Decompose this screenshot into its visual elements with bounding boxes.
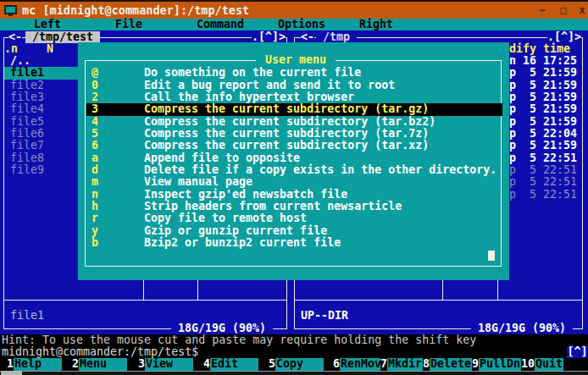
user-menu-item[interactable]: Inspect gzip'ed newsbatch file: [144, 189, 347, 201]
left-panel-name-header[interactable]: N: [47, 43, 53, 55]
bottom-edge-line: [0, 371, 588, 372]
right-panel-right-border: [582, 37, 583, 329]
user-menu-item[interactable]: Compress the current subdirectory (tar.x…: [144, 140, 429, 152]
right-panel-disk-usage: 18G/19G (90%): [471, 323, 573, 334]
fkey-number-10[interactable]: 10: [521, 358, 535, 370]
right-panel-status-separator: [295, 300, 582, 301]
file-row-file1[interactable]: file1: [10, 67, 44, 79]
file-row-file3[interactable]: file3: [10, 91, 44, 103]
window-title: mc [midnight@commander]:/tmp/test: [22, 4, 249, 16]
file-row-file4[interactable]: file4: [10, 103, 44, 115]
user-menu-item[interactable]: Edit a bug report and send it to root: [144, 80, 395, 91]
menubar-item-file[interactable]: File: [115, 19, 142, 30]
fkey-number-3[interactable]: 3: [138, 358, 145, 370]
menubar-item-left[interactable]: Left: [34, 19, 61, 30]
user-menu-key-2[interactable]: 2: [92, 91, 98, 103]
left-panel-mini-status: file1: [10, 310, 44, 322]
fkey-button-pulldn[interactable]: PullDn: [479, 358, 521, 370]
user-menu-key-a[interactable]: a: [92, 152, 98, 164]
left-panel-left-border: [3, 37, 4, 329]
fkey-number-6[interactable]: 6: [333, 358, 340, 370]
fkey-button-copy[interactable]: Copy: [275, 358, 324, 370]
fkey-button-help[interactable]: Help: [14, 358, 62, 370]
user-menu-item[interactable]: Compress the current subdirectory (tar.7…: [144, 128, 429, 140]
right-panel-mini-status: UP--DIR: [301, 310, 348, 322]
fkey-number-2[interactable]: 2: [72, 358, 79, 370]
fkey-button-view[interactable]: View: [145, 358, 193, 370]
fkey-number-1[interactable]: 1: [7, 358, 14, 370]
user-menu-key-6[interactable]: 6: [92, 140, 98, 152]
fkey-button-quit[interactable]: Quit: [535, 358, 563, 370]
user-menu-key-r[interactable]: r: [92, 212, 98, 224]
menu-bar: LeftFileCommandOptionsRight: [0, 19, 588, 30]
command-prompt[interactable]: midnight@commander:/tmp/test$: [2, 346, 198, 358]
window-titlebar[interactable]: mc [midnight@commander]:/tmp/test − □ x: [0, 0, 588, 19]
fkey-number-8[interactable]: 8: [423, 358, 430, 370]
user-menu-item[interactable]: Gzip or gunzip current file: [144, 225, 327, 237]
user-menu-item[interactable]: Compress the current subdirectory (tar.g…: [144, 103, 429, 115]
user-menu-key-b[interactable]: b: [92, 237, 98, 249]
user-menu-item[interactable]: Bzip2 or bunzip2 current file: [144, 237, 341, 249]
file-row-file9[interactable]: file9: [10, 164, 44, 176]
file-row-file2[interactable]: file2: [10, 80, 44, 91]
left-panel-status-separator: [4, 300, 286, 301]
file-row-[interactable]: /..: [10, 55, 31, 67]
user-menu-key-3[interactable]: 3: [92, 103, 98, 115]
fkey-button-renmov[interactable]: RenMov: [340, 358, 380, 370]
minimize-button[interactable]: −: [535, 3, 549, 17]
user-menu-key-h[interactable]: h: [92, 201, 98, 212]
file-row-file7[interactable]: file7: [10, 140, 44, 152]
user-menu-title: User menu: [256, 54, 336, 66]
menubar-item-right[interactable]: Right: [359, 19, 393, 30]
maximize-button[interactable]: □: [557, 3, 570, 17]
fkey-button-delete[interactable]: Delete: [430, 358, 472, 370]
function-key-bar: 1Help2Menu3View4Edit5Copy6RenMov7Mkdir8D…: [0, 358, 588, 370]
user-menu-key-0[interactable]: 0: [92, 80, 98, 91]
close-button[interactable]: x: [575, 3, 588, 17]
user-menu-item[interactable]: Do something on the current file: [144, 67, 361, 79]
user-menu-item[interactable]: View manual page: [144, 176, 252, 188]
fkey-number-4[interactable]: 4: [203, 358, 210, 370]
fkey-number-9[interactable]: 9: [472, 358, 479, 370]
user-menu-item[interactable]: Call the info hypertext browser: [144, 91, 354, 103]
terminal-app-icon: [4, 5, 17, 14]
user-menu-item[interactable]: Compress the current subdirectory (tar.b…: [144, 116, 435, 128]
file-row-file6[interactable]: file6: [10, 128, 44, 140]
fkey-number-5[interactable]: 5: [269, 358, 275, 370]
hint-line: Hint: To use the mouse cut and paste may…: [2, 334, 476, 346]
user-menu-key-n[interactable]: n: [92, 189, 98, 201]
user-menu-key-m[interactable]: m: [92, 176, 98, 188]
user-menu-item[interactable]: Strip headers from current newsarticle: [144, 201, 402, 212]
fkey-button-mkdir[interactable]: Mkdir: [387, 358, 423, 370]
user-menu-item[interactable]: Delete file if a copy exists in the othe…: [144, 164, 496, 176]
menubar-item-command[interactable]: Command: [197, 19, 244, 30]
menubar-item-options[interactable]: Options: [278, 19, 325, 30]
window-bottom-edge: [0, 371, 588, 375]
fkey-number-7[interactable]: 7: [380, 358, 387, 370]
user-menu-dialog: User menu @Do something on the current f…: [78, 42, 509, 280]
user-menu-key-y[interactable]: y: [92, 225, 98, 237]
user-menu-key-5[interactable]: 5: [92, 128, 98, 140]
user-menu-item[interactable]: Copy file to remote host: [144, 212, 307, 224]
user-menu-key-4[interactable]: 4: [92, 116, 98, 128]
scrollbar-thumb[interactable]: [1, 371, 22, 375]
fkey-button-edit[interactable]: Edit: [210, 358, 258, 370]
user-menu-item[interactable]: Append file to opposite: [144, 152, 300, 164]
file-row-file5[interactable]: file5: [10, 116, 44, 128]
user-menu-key-@[interactable]: @: [92, 67, 98, 79]
fkey-button-menu[interactable]: Menu: [79, 358, 127, 370]
mc-terminal-window: mc [midnight@commander]:/tmp/test − □ x …: [0, 0, 588, 375]
text-cursor: [488, 251, 495, 261]
command-history-button[interactable]: [^]: [567, 346, 588, 358]
file-row-file8[interactable]: file8: [10, 152, 44, 164]
user-menu-key-d[interactable]: d: [92, 164, 98, 176]
